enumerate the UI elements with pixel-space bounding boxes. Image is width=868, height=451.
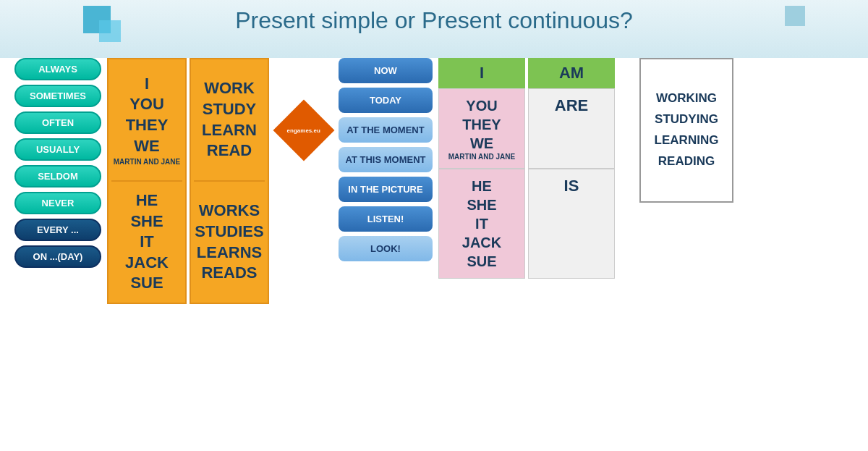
grammar-is: IS [528,169,615,279]
grammar-header-am: AM [528,58,615,88]
diamond-container: engames.eu [275,109,333,152]
pronouns-bottom: HESHEITJACKSUE [111,187,182,297]
verbs-bottom: WORKSSTUDIESLEARNSREADS [194,187,265,297]
working-verbs: WORKINGSTUDYINGLEARNINGREADING [655,88,719,172]
verbs-box: WORKSTUDYLEARNREAD WORKSSTUDIESLEARNSREA… [190,58,269,304]
grammar-table: I AM YOUTHEYWE MARTIN AND JANE ARE HESHE… [438,58,634,279]
verbs-top: WORKSTUDYLEARNREAD [194,65,265,182]
btn-in-the-picture[interactable]: IN THE PICTURE [339,177,433,202]
pronouns-box: IYOUTHEYWE MARTIN AND JANE HESHEITJACKSU… [107,58,187,304]
header: Present simple or Present continuous? [0,0,868,40]
conjugated-verbs: WORKSSTUDIESLEARNSREADS [195,201,263,283]
pronouns-sub: MARTIN AND JANE [114,158,180,166]
btn-look[interactable]: LOOK! [339,236,433,261]
adverb-never[interactable]: NEVER [14,192,101,214]
btn-listen[interactable]: LISTEN! [339,206,433,232]
btn-at-this-moment[interactable]: AT THIS MOMENT [339,147,433,172]
base-verbs: WORKSTUDYLEARNREAD [202,78,257,161]
btn-now[interactable]: NOW [339,58,433,83]
adverb-usually[interactable]: USUALLY [14,138,101,161]
verb-is: IS [535,177,608,195]
adverb-every[interactable]: EVERY ... [14,219,101,241]
verb-are: ARE [535,96,608,115]
working-box: WORKINGSTUDYINGLEARNINGREADING [639,58,733,203]
grammar-sub-martin: MARTIN AND JANE [445,153,519,161]
btn-today[interactable]: TODAY [339,88,433,113]
grammar-row-2: HESHEITJACKSUE IS [438,169,634,279]
pronoun-you-they-we: YOUTHEYWE [445,96,519,153]
pronoun-he-she-it: HESHEITJACKSUE [125,190,169,294]
grammar-pronouns-he-she-it: HESHEITJACKSUE [438,169,525,279]
grammar-header-row: I AM [438,58,634,88]
pronoun-he-she-it-jack-sue: HESHEITJACKSUE [445,177,519,271]
adverb-seldom[interactable]: SELDOM [14,165,101,187]
page-title: Present simple or Present continuous? [235,7,633,34]
center-buttons: NOW TODAY AT THE MOMENT AT THIS MOMENT I… [339,58,433,261]
pronouns-top: IYOUTHEYWE MARTIN AND JANE [111,65,182,182]
adverb-on-day[interactable]: ON ...(DAY) [14,245,101,268]
pronoun-i-you-they-we: IYOUTHEYWE [126,74,169,156]
grammar-pronouns-you-they-we: YOUTHEYWE MARTIN AND JANE [438,88,525,169]
btn-at-the-moment[interactable]: AT THE MOMENT [339,117,433,143]
adverb-sometimes[interactable]: SOMETIMES [14,85,101,107]
adverbs-column: ALWAYS SOMETIMES OFTEN USUALLY SELDOM NE… [14,58,101,268]
grammar-are: ARE [528,88,615,169]
diamond-shape: engames.eu [273,100,335,161]
adverb-often[interactable]: OFTEN [14,111,101,134]
adverb-always[interactable]: ALWAYS [14,58,101,80]
diamond-text: engames.eu [287,127,320,134]
orange-boxes: IYOUTHEYWE MARTIN AND JANE HESHEITJACKSU… [107,58,269,304]
main-content: ALWAYS SOMETIMES OFTEN USUALLY SELDOM NE… [0,43,868,304]
grammar-header-i: I [438,58,525,88]
grammar-row-1: YOUTHEYWE MARTIN AND JANE ARE [438,88,634,169]
